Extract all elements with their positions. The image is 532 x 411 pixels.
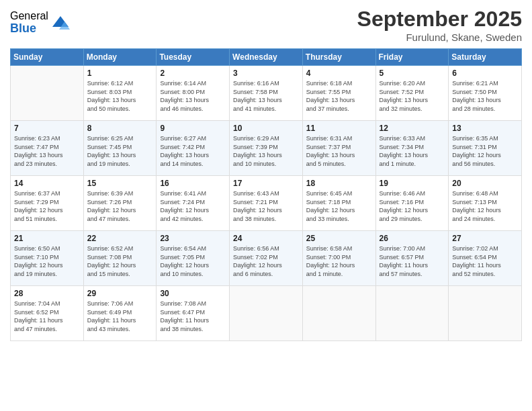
day-info: Sunrise: 7:08 AM Sunset: 6:47 PM Dayligh… xyxy=(160,300,226,333)
day-number: 15 xyxy=(87,179,153,188)
day-info: Sunrise: 6:35 AM Sunset: 7:31 PM Dayligh… xyxy=(452,134,518,168)
day-info: Sunrise: 6:45 AM Sunset: 7:18 PM Dayligh… xyxy=(306,189,372,223)
day-info: Sunrise: 6:37 AM Sunset: 7:29 PM Dayligh… xyxy=(14,189,80,223)
table-row: 30Sunrise: 7:08 AM Sunset: 6:47 PM Dayli… xyxy=(157,286,230,341)
day-number: 11 xyxy=(306,124,372,133)
table-row: 26Sunrise: 7:00 AM Sunset: 6:57 PM Dayli… xyxy=(375,231,449,286)
day-number: 24 xyxy=(233,234,299,243)
calendar-row: 28Sunrise: 7:04 AM Sunset: 6:52 PM Dayli… xyxy=(11,286,522,341)
calendar-row: 7Sunrise: 6:23 AM Sunset: 7:47 PM Daylig… xyxy=(11,121,522,176)
table-row: 24Sunrise: 6:56 AM Sunset: 7:02 PM Dayli… xyxy=(230,231,303,286)
day-info: Sunrise: 6:46 AM Sunset: 7:16 PM Dayligh… xyxy=(380,189,445,223)
logo-general: General xyxy=(10,10,48,22)
logo-icon xyxy=(51,13,70,32)
day-info: Sunrise: 6:39 AM Sunset: 7:26 PM Dayligh… xyxy=(87,189,153,223)
table-row: 5Sunrise: 6:20 AM Sunset: 7:52 PM Daylig… xyxy=(375,66,449,121)
calendar-row: 21Sunrise: 6:50 AM Sunset: 7:10 PM Dayli… xyxy=(11,231,522,286)
table-row: 22Sunrise: 6:52 AM Sunset: 7:08 PM Dayli… xyxy=(83,231,157,286)
table-row: 21Sunrise: 6:50 AM Sunset: 7:10 PM Dayli… xyxy=(11,231,84,286)
day-info: Sunrise: 6:27 AM Sunset: 7:42 PM Dayligh… xyxy=(160,134,226,168)
table-row: 28Sunrise: 7:04 AM Sunset: 6:52 PM Dayli… xyxy=(11,286,84,341)
day-number: 7 xyxy=(14,124,80,133)
day-number: 16 xyxy=(160,179,226,188)
day-number: 22 xyxy=(87,234,153,243)
day-info: Sunrise: 6:52 AM Sunset: 7:08 PM Dayligh… xyxy=(87,244,153,278)
day-info: Sunrise: 7:06 AM Sunset: 6:49 PM Dayligh… xyxy=(87,300,153,333)
table-row: 9Sunrise: 6:27 AM Sunset: 7:42 PM Daylig… xyxy=(157,121,230,176)
calendar-row: 1Sunrise: 6:12 AM Sunset: 8:03 PM Daylig… xyxy=(11,66,522,121)
col-saturday: Saturday xyxy=(449,49,522,66)
day-number: 21 xyxy=(14,234,80,243)
table-row: 18Sunrise: 6:45 AM Sunset: 7:18 PM Dayli… xyxy=(302,176,375,231)
table-row: 10Sunrise: 6:29 AM Sunset: 7:39 PM Dayli… xyxy=(230,121,303,176)
header-row: Sunday Monday Tuesday Wednesday Thursday… xyxy=(11,49,522,66)
table-row: 17Sunrise: 6:43 AM Sunset: 7:21 PM Dayli… xyxy=(230,176,303,231)
day-info: Sunrise: 6:29 AM Sunset: 7:39 PM Dayligh… xyxy=(233,134,299,168)
col-tuesday: Tuesday xyxy=(157,49,230,66)
logo-text: General Blue xyxy=(10,10,48,35)
day-info: Sunrise: 7:02 AM Sunset: 6:54 PM Dayligh… xyxy=(452,244,518,278)
day-number: 14 xyxy=(14,179,80,188)
day-info: Sunrise: 6:56 AM Sunset: 7:02 PM Dayligh… xyxy=(233,244,299,278)
table-row: 11Sunrise: 6:31 AM Sunset: 7:37 PM Dayli… xyxy=(302,121,375,176)
day-info: Sunrise: 6:41 AM Sunset: 7:24 PM Dayligh… xyxy=(160,189,226,223)
table-row xyxy=(11,66,84,121)
day-info: Sunrise: 6:50 AM Sunset: 7:10 PM Dayligh… xyxy=(14,244,80,278)
day-number: 26 xyxy=(380,234,445,243)
day-number: 4 xyxy=(306,68,372,78)
table-row: 6Sunrise: 6:21 AM Sunset: 7:50 PM Daylig… xyxy=(449,66,522,121)
col-monday: Monday xyxy=(83,49,157,66)
day-info: Sunrise: 6:31 AM Sunset: 7:37 PM Dayligh… xyxy=(306,134,372,168)
logo-blue: Blue xyxy=(10,22,48,36)
day-number: 28 xyxy=(14,289,80,298)
day-number: 6 xyxy=(452,68,518,78)
table-row: 12Sunrise: 6:33 AM Sunset: 7:34 PM Dayli… xyxy=(375,121,449,176)
table-row: 23Sunrise: 6:54 AM Sunset: 7:05 PM Dayli… xyxy=(157,231,230,286)
day-number: 12 xyxy=(380,124,445,133)
calendar: Sunday Monday Tuesday Wednesday Thursday… xyxy=(10,48,522,341)
day-number: 5 xyxy=(380,68,445,78)
table-row xyxy=(302,286,375,341)
table-row: 13Sunrise: 6:35 AM Sunset: 7:31 PM Dayli… xyxy=(449,121,522,176)
day-info: Sunrise: 7:04 AM Sunset: 6:52 PM Dayligh… xyxy=(14,300,80,333)
table-row xyxy=(449,286,522,341)
day-info: Sunrise: 6:25 AM Sunset: 7:45 PM Dayligh… xyxy=(87,134,153,168)
day-info: Sunrise: 6:48 AM Sunset: 7:13 PM Dayligh… xyxy=(452,189,518,223)
table-row: 1Sunrise: 6:12 AM Sunset: 8:03 PM Daylig… xyxy=(83,66,157,121)
day-number: 8 xyxy=(87,124,153,133)
day-number: 20 xyxy=(452,179,518,188)
table-row xyxy=(375,286,449,341)
day-number: 23 xyxy=(160,234,226,243)
day-number: 10 xyxy=(233,124,299,133)
table-row: 7Sunrise: 6:23 AM Sunset: 7:47 PM Daylig… xyxy=(11,121,84,176)
day-info: Sunrise: 6:12 AM Sunset: 8:03 PM Dayligh… xyxy=(87,79,153,113)
col-sunday: Sunday xyxy=(11,49,84,66)
day-number: 18 xyxy=(306,179,372,188)
table-row: 25Sunrise: 6:58 AM Sunset: 7:00 PM Dayli… xyxy=(302,231,375,286)
day-info: Sunrise: 6:23 AM Sunset: 7:47 PM Dayligh… xyxy=(14,134,80,168)
day-number: 19 xyxy=(380,179,445,188)
day-info: Sunrise: 7:00 AM Sunset: 6:57 PM Dayligh… xyxy=(380,244,445,278)
calendar-row: 14Sunrise: 6:37 AM Sunset: 7:29 PM Dayli… xyxy=(11,176,522,231)
header: General Blue September 2025 Furulund, Sk… xyxy=(10,7,522,43)
table-row xyxy=(230,286,303,341)
day-info: Sunrise: 6:43 AM Sunset: 7:21 PM Dayligh… xyxy=(233,189,299,223)
location: Furulund, Skane, Sweden xyxy=(357,32,522,43)
page: General Blue September 2025 Furulund, Sk… xyxy=(0,0,532,411)
day-number: 13 xyxy=(452,124,518,133)
table-row: 4Sunrise: 6:18 AM Sunset: 7:55 PM Daylig… xyxy=(302,66,375,121)
month-title: September 2025 xyxy=(357,7,522,32)
table-row: 14Sunrise: 6:37 AM Sunset: 7:29 PM Dayli… xyxy=(11,176,84,231)
day-number: 2 xyxy=(160,68,226,78)
day-info: Sunrise: 6:58 AM Sunset: 7:00 PM Dayligh… xyxy=(306,244,372,278)
day-number: 27 xyxy=(452,234,518,243)
day-info: Sunrise: 6:18 AM Sunset: 7:55 PM Dayligh… xyxy=(306,79,372,113)
day-number: 1 xyxy=(87,68,153,78)
day-number: 29 xyxy=(87,289,153,298)
day-number: 25 xyxy=(306,234,372,243)
logo: General Blue xyxy=(10,10,70,35)
col-wednesday: Wednesday xyxy=(230,49,303,66)
col-thursday: Thursday xyxy=(302,49,375,66)
table-row: 15Sunrise: 6:39 AM Sunset: 7:26 PM Dayli… xyxy=(83,176,157,231)
day-number: 9 xyxy=(160,124,226,133)
